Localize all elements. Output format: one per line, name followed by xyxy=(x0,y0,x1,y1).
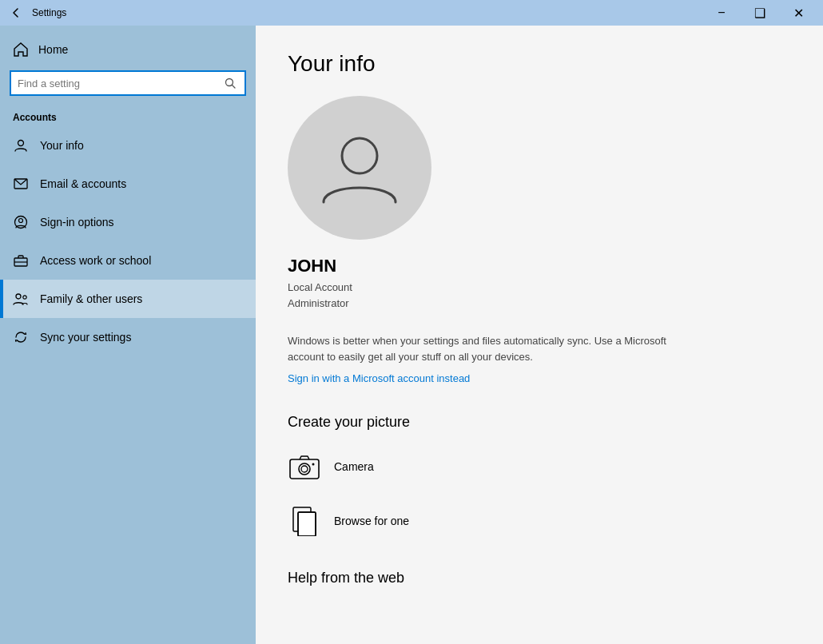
back-button[interactable] xyxy=(6,3,26,22)
svg-point-14 xyxy=(312,463,315,466)
ms-account-link[interactable]: Sign in with a Microsoft account instead xyxy=(288,372,470,384)
svg-point-13 xyxy=(301,466,308,472)
family-other-users-label: Family & other users xyxy=(40,292,142,305)
sidebar-item-access-work-school[interactable]: Access work or school xyxy=(0,241,256,280)
svg-rect-11 xyxy=(290,459,319,479)
family-icon xyxy=(13,291,29,307)
sync-icon xyxy=(13,329,29,345)
svg-point-5 xyxy=(19,219,23,223)
help-title: Help from the web xyxy=(288,570,791,586)
email-icon xyxy=(13,176,29,192)
sign-in-icon xyxy=(13,214,29,230)
search-input[interactable] xyxy=(18,78,222,89)
home-icon xyxy=(13,42,29,58)
sync-settings-label: Sync your settings xyxy=(40,331,131,344)
user-name: JOHN xyxy=(288,256,791,276)
avatar xyxy=(288,96,431,240)
browse-icon xyxy=(288,504,321,538)
home-label: Home xyxy=(38,43,68,56)
user-account-type: Local Account xyxy=(288,280,791,296)
camera-option[interactable]: Camera xyxy=(288,447,791,487)
app-title: Settings xyxy=(32,7,703,18)
close-button[interactable]: ✕ xyxy=(780,0,817,26)
page-title: Your info xyxy=(288,51,791,77)
svg-rect-16 xyxy=(298,512,316,536)
create-picture-title: Create your picture xyxy=(288,414,791,431)
user-role: Administrator xyxy=(288,296,791,312)
your-info-icon xyxy=(13,137,29,153)
sidebar: Home Accounts Your info xyxy=(0,26,256,644)
browse-option[interactable]: Browse for one xyxy=(288,501,791,541)
search-icon xyxy=(222,75,238,91)
sidebar-item-family-other-users[interactable]: Family & other users xyxy=(0,280,256,318)
search-box[interactable] xyxy=(10,70,246,96)
your-info-label: Your info xyxy=(40,139,84,152)
svg-point-10 xyxy=(342,138,377,173)
camera-icon xyxy=(288,450,321,483)
accounts-section-label: Accounts xyxy=(0,105,256,126)
maximize-button[interactable]: ❑ xyxy=(741,0,778,26)
promo-text: Windows is better when your settings and… xyxy=(288,333,687,364)
svg-point-9 xyxy=(23,296,26,299)
sidebar-item-sync-settings[interactable]: Sync your settings xyxy=(0,318,256,356)
sidebar-item-home[interactable]: Home xyxy=(0,32,256,67)
svg-point-12 xyxy=(299,463,310,475)
sign-in-options-label: Sign-in options xyxy=(40,216,114,229)
window-controls: − ❑ ✕ xyxy=(703,0,817,26)
sidebar-item-your-info[interactable]: Your info xyxy=(0,126,256,165)
svg-point-2 xyxy=(18,141,24,146)
svg-point-8 xyxy=(16,294,21,299)
briefcase-icon xyxy=(13,252,29,268)
camera-label: Camera xyxy=(334,460,374,473)
sidebar-item-email-accounts[interactable]: Email & accounts xyxy=(0,165,256,203)
access-work-school-label: Access work or school xyxy=(40,254,151,267)
browse-label: Browse for one xyxy=(334,515,409,527)
svg-line-1 xyxy=(233,85,236,89)
main-layout: Home Accounts Your info xyxy=(0,26,823,644)
content-area: Your info JOHN Local Account Administrat… xyxy=(256,26,823,644)
minimize-button[interactable]: − xyxy=(703,0,740,26)
title-bar: Settings − ❑ ✕ xyxy=(0,0,823,26)
sidebar-item-sign-in-options[interactable]: Sign-in options xyxy=(0,203,256,241)
avatar-icon xyxy=(316,124,404,212)
email-accounts-label: Email & accounts xyxy=(40,177,126,190)
